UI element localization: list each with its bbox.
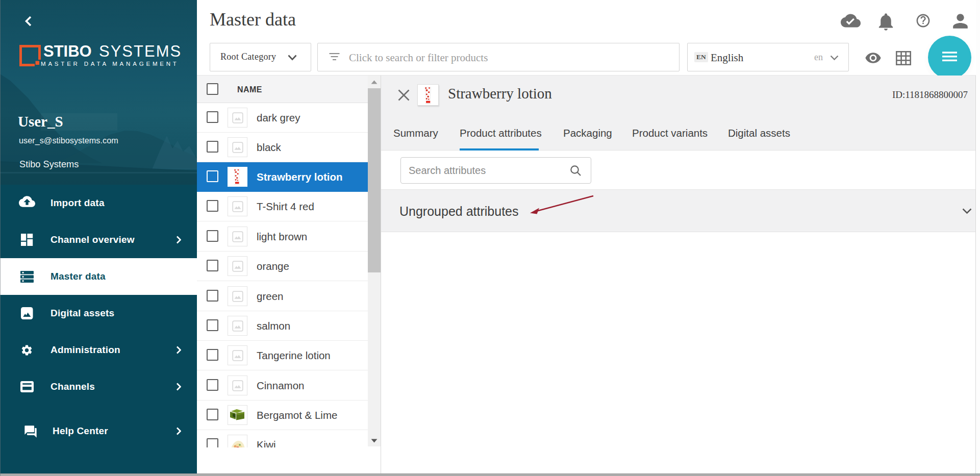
svg-text:STIBO: STIBO [43,42,92,60]
svg-text:MASTER DATA MANAGEMENT: MASTER DATA MANAGEMENT [41,61,179,67]
svg-text:SYSTEMS: SYSTEMS [99,42,181,60]
